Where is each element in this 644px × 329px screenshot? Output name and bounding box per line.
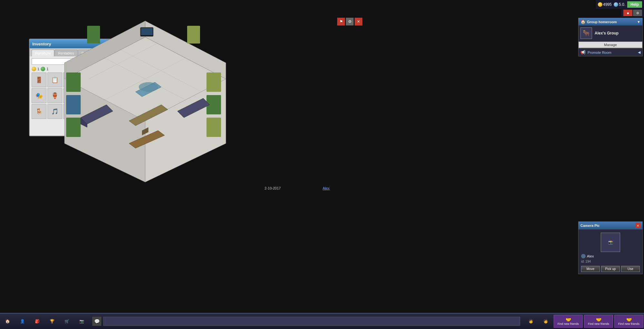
camera-pic-close-button[interactable]: ✕ bbox=[635, 223, 640, 228]
find-friends-button-3[interactable]: 🤝 Find new friends bbox=[614, 315, 643, 328]
svg-rect-15 bbox=[66, 95, 81, 114]
camera-pic-username: Alex bbox=[587, 254, 594, 258]
find-friends-button-2[interactable]: 🤝 Find new friends bbox=[584, 315, 613, 328]
chat-bar: 💬 bbox=[92, 317, 520, 326]
room-close-button[interactable]: ✕ bbox=[355, 18, 362, 25]
camera-pic-actions: Move Pick up Use bbox=[581, 266, 640, 272]
photo-date: 2-10-2017 bbox=[265, 186, 281, 190]
svg-rect-16 bbox=[66, 118, 81, 137]
find-friends-label-1: Find new friends bbox=[558, 322, 579, 325]
svg-rect-20 bbox=[87, 26, 100, 44]
taskbar-shop[interactable]: 🛒 bbox=[60, 315, 73, 328]
taskbar-achievements[interactable]: 🏆 bbox=[45, 315, 58, 328]
camera-move-button[interactable]: Move bbox=[581, 266, 600, 272]
svg-rect-19 bbox=[206, 118, 221, 137]
camera-pic-titlebar: Camera Pic ✕ bbox=[579, 222, 642, 229]
camera-pic-title: Camera Pic bbox=[580, 224, 600, 227]
room-settings-button[interactable]: ⚙ bbox=[346, 18, 354, 25]
find-friends-button-1[interactable]: 🤝 Find new friends bbox=[554, 315, 583, 328]
svg-rect-17 bbox=[206, 73, 221, 92]
svg-rect-30 bbox=[141, 28, 153, 35]
camera-use-button[interactable]: Use bbox=[621, 266, 640, 272]
find-friends-icon-2: 🤝 bbox=[596, 317, 601, 322]
find-friends-icon-1: 🤝 bbox=[566, 317, 571, 322]
taskbar-inventory[interactable]: 🎒 bbox=[31, 315, 44, 328]
room-flag-button[interactable]: ⚑ bbox=[337, 18, 345, 25]
svg-point-28 bbox=[139, 82, 158, 92]
room-svg bbox=[48, 18, 242, 185]
camera-pic-preview: 📸 bbox=[601, 233, 620, 252]
camera-pic-user: Alex bbox=[581, 254, 640, 258]
svg-rect-21 bbox=[187, 26, 200, 44]
camera-pickup-button[interactable]: Pick up bbox=[601, 266, 620, 272]
taskbar-home[interactable]: 🏠 bbox=[1, 315, 14, 328]
find-friends-icon-3: 🤝 bbox=[626, 317, 632, 322]
taskbar-avatar[interactable]: 👤 bbox=[16, 315, 29, 328]
main-room: ⚑ ⚙ ✕ 2-10-2017 Alex bbox=[0, 0, 644, 232]
taskbar-user1[interactable]: 🧑 bbox=[524, 315, 537, 328]
room-controls: ⚑ ⚙ ✕ bbox=[337, 18, 628, 25]
camera-pic-id: id: 194 bbox=[581, 260, 640, 263]
svg-rect-14 bbox=[66, 73, 81, 92]
find-friends-label-2: Find new friends bbox=[588, 322, 609, 325]
photo-author[interactable]: Alex bbox=[323, 186, 634, 190]
taskbar-camera[interactable]: 📷 bbox=[75, 315, 88, 328]
camera-pic-panel: Camera Pic ✕ 📸 Alex id: 194 Move Pick up… bbox=[578, 221, 643, 274]
find-friends-label-3: Find new friends bbox=[618, 322, 639, 325]
chat-icon-button[interactable]: 💬 bbox=[92, 317, 101, 326]
camera-pic-body: 📸 Alex id: 194 Move Pick up Use bbox=[579, 229, 642, 274]
taskbar-user2[interactable]: 🧑 bbox=[539, 315, 552, 328]
chat-input[interactable] bbox=[103, 317, 520, 326]
taskbar: 🏠 👤 🎒 🏆 🛒 📷 💬 🧑 🧑 🤝 Find new friends 🤝 F… bbox=[0, 313, 644, 329]
